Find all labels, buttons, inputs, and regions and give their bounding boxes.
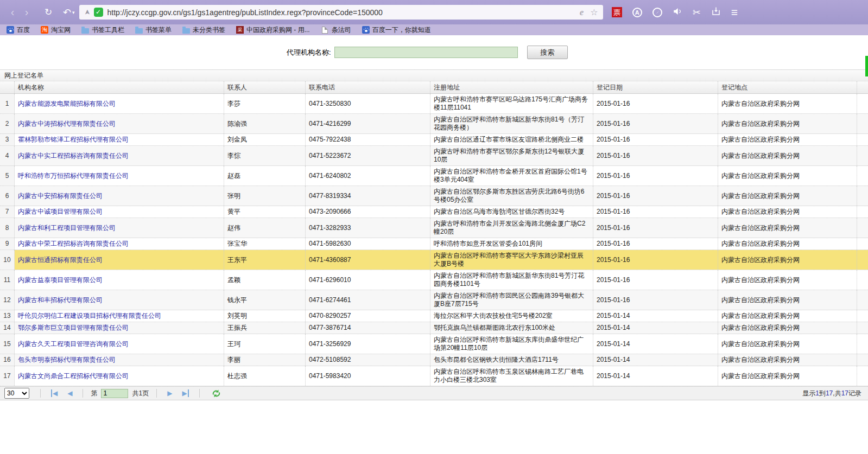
refresh-button[interactable]: ↻ — [41, 7, 55, 18]
table-row[interactable]: 4内蒙古中实工程招标咨询有限责任公司李悰0471-5223672内蒙古呼和浩特市… — [0, 146, 868, 166]
org-name-link[interactable]: 内蒙古久天工程项目管理咨询有限公司 — [15, 334, 224, 354]
undo-button[interactable]: ↶ ▾ — [63, 7, 75, 18]
bookmark-item[interactable]: 百度一下，你就知道 — [362, 25, 431, 35]
date-cell: 2015-01-16 — [593, 270, 718, 290]
tao-icon: 淘 — [41, 26, 48, 34]
org-name-link[interactable]: 呼伦贝尔明信工程建设项目招标代理有限责任公司 — [15, 310, 224, 322]
org-name-link[interactable]: 内蒙古文尚鼎合工程招标代理有限公司 — [15, 366, 224, 386]
url-text[interactable]: http://jczy.ccgp.gov.cn/gs1/gs1agentreg/… — [107, 8, 580, 17]
org-name-link[interactable]: 内蒙古能源发电聚能招标有限公司 — [15, 94, 224, 113]
table-row[interactable]: 17内蒙古文尚鼎合工程招标代理有限公司杜志强0471-5983420内蒙古自治区… — [0, 366, 868, 386]
org-name-link[interactable]: 内蒙古中涛招标代理有限责任公司 — [15, 114, 224, 133]
bookmark-label: 书签菜单 — [145, 25, 172, 35]
table-row[interactable]: 11内蒙古益泰项目管理有限公司孟颖0471-6296010内蒙古自治区呼和浩特市… — [0, 270, 868, 290]
row-filler — [857, 218, 868, 238]
table-row[interactable]: 13呼伦贝尔明信工程建设项目招标代理有限责任公司刘英明0470-8290257海… — [0, 310, 868, 322]
row-filler — [857, 238, 868, 250]
search-button[interactable]: 搜索 — [527, 46, 568, 59]
address-cell: 内蒙古自治区乌海市海勃湾区甘德尔西街32号 — [430, 206, 593, 218]
org-name-link[interactable]: 内蒙古中安招标有限责任公司 — [15, 186, 224, 206]
table-row[interactable]: 10内蒙古恒通招标有限责任公司王东平0471-4360887内蒙古自治区呼和浩特… — [0, 250, 868, 270]
org-name-link[interactable]: 内蒙古中实工程招标咨询有限责任公司 — [15, 146, 224, 165]
circle-a-icon[interactable]: A — [632, 8, 642, 17]
row-filler — [857, 134, 868, 145]
org-name-link[interactable]: 呼和浩特市万恒招标代理有限责任公司 — [15, 166, 224, 186]
table-row[interactable]: 16包头市明泰招标代理有限责任公司李丽0472-5108592包头市昆都仑区钢铁… — [0, 354, 868, 366]
menu-button[interactable]: ≡ — [731, 6, 738, 19]
phone-cell: 0472-5108592 — [306, 354, 430, 366]
table-row[interactable]: 3霍林郭勒市铭泽工程招标代理有限公司刘金凤0475-7922438内蒙古自治区通… — [0, 134, 868, 146]
phone-cell: 0471-5982630 — [306, 238, 430, 250]
table-row[interactable]: 5呼和浩特市万恒招标代理有限责任公司赵磊0471-6240802内蒙古自治区呼和… — [0, 166, 868, 186]
table-row[interactable]: 12内蒙古和丰招标代理有限公司钱永平0471-6274461内蒙古自治区呼和浩特… — [0, 290, 868, 310]
bookmark-item[interactable]: 百度 — [7, 25, 30, 35]
security-shield-icon[interactable]: ✓ — [94, 8, 103, 17]
org-name-link[interactable]: 内蒙古恒通招标有限责任公司 — [15, 250, 224, 270]
org-name-link[interactable]: 内蒙古和利工程项目管理有限公司 — [15, 218, 224, 238]
org-name-link[interactable]: 内蒙古中荣工程招标咨询有限责任公司 — [15, 238, 224, 250]
row-filler — [857, 334, 868, 354]
last-page-button[interactable]: ▶ — [177, 389, 193, 397]
table-row[interactable]: 7内蒙古中诚项目管理有限公司黄平0473-2090666内蒙古自治区乌海市海勃湾… — [0, 206, 868, 218]
scrollbar-thumb[interactable] — [865, 56, 868, 76]
bookmark-item[interactable]: 采中国政府采购网 - 用... — [236, 25, 310, 35]
bookmark-item[interactable]: 条法司 — [321, 25, 351, 35]
location-cell: 内蒙古自治区政府采购分网 — [718, 366, 857, 386]
page-prefix-label: 第 — [91, 389, 97, 398]
header-org-name: 机构名称 — [15, 81, 224, 93]
table-row[interactable]: 2内蒙古中涛招标代理有限责任公司陈渝强0471-4216299内蒙古自治区呼和浩… — [0, 114, 868, 134]
first-page-button[interactable]: ◀ — [46, 389, 62, 397]
summary-text: 显示 — [802, 389, 815, 397]
summary-text: 到 — [819, 389, 826, 397]
org-name-link[interactable]: 内蒙古和丰招标代理有限公司 — [15, 290, 224, 310]
location-cell: 内蒙古自治区政府采购分网 — [718, 322, 857, 334]
speaker-icon[interactable] — [673, 7, 682, 18]
row-filler — [857, 166, 868, 186]
address-cell: 鄂托克旗乌兰镇都斯图路北农行东100米处 — [430, 322, 593, 334]
download-icon[interactable] — [711, 7, 721, 18]
org-name-link[interactable]: 内蒙古益泰项目管理有限公司 — [15, 270, 224, 290]
prev-page-button[interactable]: ◀ — [62, 389, 77, 397]
page-size-select[interactable]: 30 — [4, 388, 29, 399]
agency-name-input[interactable] — [334, 47, 518, 58]
org-name-link[interactable]: 内蒙古中诚项目管理有限公司 — [15, 206, 224, 218]
back-button[interactable]: ‹ — [5, 6, 20, 18]
table-row[interactable]: 8内蒙古和利工程项目管理有限公司赵伟0471-3282933内蒙古呼和浩特市金川… — [0, 218, 868, 238]
summary-text: ,共 — [833, 389, 841, 397]
bookmark-star-icon[interactable]: ☆ — [590, 7, 598, 17]
phone-cell: 0471-4360887 — [306, 250, 430, 270]
table-row[interactable]: 14鄂尔多斯市巨立项目管理有限责任公司王振兵0477-3876714鄂托克旗乌兰… — [0, 322, 868, 334]
contact-cell: 李莎 — [224, 94, 306, 113]
bookmark-item[interactable]: 淘淘宝网 — [41, 25, 71, 35]
forward-button[interactable]: › — [20, 6, 34, 18]
header-row-number — [0, 81, 15, 93]
bookmark-label: 未分类书签 — [193, 25, 225, 35]
ie-compat-icon[interactable]: e — [580, 7, 584, 18]
bookmark-item[interactable]: 书签工具栏 — [81, 25, 124, 35]
table-row[interactable]: 15内蒙古久天工程项目管理咨询有限公司王珂0471-3256929内蒙古自治区呼… — [0, 334, 868, 354]
pagination-bar: 30 ◀ ◀ 第 共1页 ▶ ▶ 显示1到17,共17记录 — [0, 386, 868, 400]
table-row[interactable]: 9内蒙古中荣工程招标咨询有限责任公司张宝华0471-5982630呼和浩特市如意… — [0, 238, 868, 250]
page-number-input[interactable] — [101, 389, 128, 398]
table-row[interactable]: 6内蒙古中安招标有限责任公司张明0477-8319334内蒙古自治区鄂尔多斯市东… — [0, 186, 868, 206]
org-name-link[interactable]: 霍林郭勒市铭泽工程招标代理有限公司 — [15, 134, 224, 145]
phone-cell: 0471-6274461 — [306, 290, 430, 310]
url-bar[interactable]: ➤ ✓ http://jczy.ccgp.gov.cn/gs1/gs1agent… — [79, 5, 603, 20]
scissors-icon[interactable]: ✂ — [693, 8, 701, 17]
bookmark-item[interactable]: 未分类书签 — [182, 25, 225, 35]
refresh-list-icon[interactable] — [212, 389, 221, 398]
compass-icon[interactable] — [652, 8, 662, 17]
next-page-button[interactable]: ▶ — [162, 389, 177, 397]
contact-cell: 钱永平 — [224, 290, 306, 310]
ticket-extension-icon[interactable]: 票 — [612, 7, 622, 17]
summary-total: 17 — [841, 389, 848, 397]
org-name-link[interactable]: 鄂尔多斯市巨立项目管理有限责任公司 — [15, 322, 224, 334]
row-number: 16 — [0, 354, 15, 366]
divider — [40, 389, 41, 398]
bookmark-item[interactable]: 书签菜单 — [135, 25, 172, 35]
date-cell: 2015-01-16 — [593, 206, 718, 218]
org-name-link[interactable]: 包头市明泰招标代理有限责任公司 — [15, 354, 224, 366]
row-number: 14 — [0, 322, 15, 334]
table-row[interactable]: 1内蒙古能源发电聚能招标有限公司李莎0471-3250830内蒙古呼和浩特市赛罕… — [0, 94, 868, 114]
bookmark-label: 淘宝网 — [51, 25, 71, 35]
